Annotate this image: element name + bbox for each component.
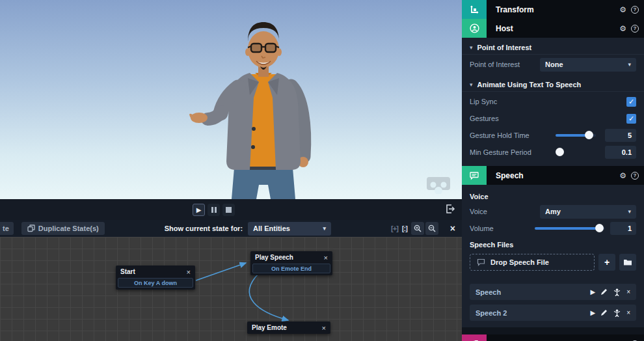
tts-section[interactable]: ▾ Animate Using Text To Speech (462, 77, 644, 92)
transition-on-key-a-down[interactable]: On Key A down (118, 278, 193, 288)
delete-speech-icon[interactable]: × (626, 310, 630, 316)
drop-speech-file-zone[interactable]: Drop Speech File (470, 254, 595, 271)
volume-label: Volume (470, 225, 535, 232)
poi-select[interactable]: None ▾ (540, 58, 636, 72)
popout-panel-icon[interactable] (445, 204, 455, 214)
transition-label: On Emote End (271, 266, 312, 272)
duplicate-icon (27, 225, 35, 232)
close-editor-icon[interactable]: × (450, 223, 455, 234)
gestures-checkbox[interactable]: ✓ (626, 114, 636, 124)
playback-bar: ▶ (0, 199, 462, 220)
state-node-play-speech[interactable]: Play Speech × On Emote End (250, 251, 332, 275)
help-icon[interactable]: ? (631, 6, 639, 14)
speech-file-row[interactable]: Speech 2 ▶ × (470, 305, 636, 321)
help-icon[interactable]: ? (631, 25, 639, 33)
zoom-out-icon (428, 225, 436, 232)
min-gesture-period-label: Min Gesture Period (470, 148, 556, 156)
vr-mode-icon[interactable] (427, 177, 450, 194)
browse-files-button[interactable] (619, 254, 636, 271)
host-component-header[interactable]: Host ⚙ ? (462, 19, 644, 38)
collapse-icon: ▾ (470, 44, 473, 51)
zoom-in-button[interactable] (411, 222, 424, 235)
gesture-hold-time-input[interactable]: 5 (605, 129, 636, 142)
slider-thumb[interactable] (556, 148, 564, 156)
entities-dropdown-value: All Entities (253, 225, 290, 232)
frame-selection-icon[interactable]: [+] (391, 225, 398, 232)
chevron-down-icon: ▾ (628, 61, 631, 68)
slider-thumb[interactable] (595, 224, 604, 232)
zoom-in-icon (414, 225, 422, 232)
transform-component-header[interactable]: Transform ⚙ ? (462, 0, 644, 19)
add-state-button-cropped[interactable]: te (0, 222, 14, 235)
play-speech-icon[interactable]: ▶ (590, 289, 595, 295)
gear-icon[interactable]: ⚙ (619, 172, 626, 180)
add-speech-button[interactable]: + (598, 254, 615, 271)
chevron-down-icon: ▾ (323, 225, 327, 232)
state-title: Play Emote (252, 324, 287, 331)
help-icon[interactable]: ? (631, 172, 639, 180)
play-icon: ▶ (196, 206, 202, 213)
script-component-header[interactable]: Script ⚙ ? (462, 334, 644, 341)
min-gesture-period-input[interactable]: 0.1 (605, 146, 636, 159)
min-gesture-period-slider[interactable] (556, 151, 596, 154)
gesture-mark-icon[interactable] (613, 309, 621, 317)
gear-icon[interactable]: ⚙ (619, 25, 626, 33)
host-character[interactable] (0, 0, 462, 199)
host-component-body: ▾ Point of Interest Point of Interest No… (462, 38, 644, 166)
voice-value: Amy (545, 208, 561, 215)
entities-dropdown[interactable]: All Entities ▾ (248, 222, 331, 236)
slider-thumb[interactable] (585, 131, 593, 139)
speech-files-title: Speech Files (462, 236, 644, 250)
zoom-out-button[interactable] (425, 222, 438, 235)
frame-all-icon[interactable]: [:] (402, 225, 407, 232)
voice-label: Voice (470, 208, 540, 215)
speech-title: Speech (496, 171, 524, 180)
duplicate-state-button[interactable]: Duplicate State(s) (21, 222, 105, 235)
speech-component-header[interactable]: Speech ⚙ ? (462, 166, 644, 185)
poi-section-title: Point of Interest (477, 44, 532, 51)
sumerian-editor: ▶ te Duplicate State(s) Show curr (0, 0, 644, 341)
gesture-hold-time-value: 5 (628, 131, 632, 139)
stop-icon (226, 207, 232, 213)
host-icon (470, 23, 479, 33)
point-of-interest-section[interactable]: ▾ Point of Interest (462, 40, 644, 55)
speech-icon (470, 171, 479, 180)
transition-on-emote-end[interactable]: On Emote End (252, 264, 330, 273)
speech-file-name: Speech 2 (476, 309, 590, 317)
check-icon: ✓ (628, 115, 634, 123)
inspector-panel: Transform ⚙ ? Host ⚙ ? (462, 0, 644, 341)
delete-state-icon[interactable]: × (324, 254, 328, 262)
state-title: Start (120, 268, 135, 275)
speech-file-row[interactable]: Speech ▶ × (470, 284, 636, 300)
play-button[interactable]: ▶ (193, 204, 205, 216)
transition-label: On Key A down (134, 280, 177, 286)
voice-group-title: Voice (462, 187, 644, 202)
voice-select[interactable]: Amy ▾ (540, 205, 636, 219)
volume-input[interactable]: 1 (610, 222, 636, 235)
transition-edges (0, 237, 462, 341)
host-title: Host (496, 24, 513, 33)
gesture-mark-icon[interactable] (613, 288, 621, 296)
delete-state-icon[interactable]: × (322, 324, 326, 332)
pause-button[interactable] (208, 204, 220, 216)
scene-viewport[interactable] (0, 0, 462, 199)
state-node-play-emote[interactable]: Play Emote × (247, 321, 330, 334)
delete-speech-icon[interactable]: × (626, 289, 630, 295)
poi-label: Point of Interest (470, 61, 540, 68)
lip-sync-checkbox[interactable]: ✓ (626, 97, 636, 107)
edit-speech-icon[interactable] (600, 288, 608, 295)
gear-icon[interactable]: ⚙ (619, 6, 626, 14)
speech-file-name: Speech (476, 288, 590, 296)
play-speech-icon[interactable]: ▶ (590, 310, 595, 316)
delete-state-icon[interactable]: × (187, 268, 191, 276)
show-current-state-label: Show current state for: (165, 225, 243, 232)
pause-icon (211, 207, 217, 213)
add-state-label: te (3, 225, 9, 232)
gesture-hold-time-slider[interactable] (556, 134, 596, 137)
stop-button[interactable] (222, 204, 235, 216)
edit-speech-icon[interactable] (600, 309, 608, 316)
volume-slider[interactable] (535, 227, 605, 230)
drop-speech-file-label: Drop Speech File (490, 258, 549, 266)
state-machine-canvas[interactable]: Start × On Key A down Play Speech × On E… (0, 237, 462, 341)
state-node-start[interactable]: Start × On Key A down (116, 266, 195, 290)
